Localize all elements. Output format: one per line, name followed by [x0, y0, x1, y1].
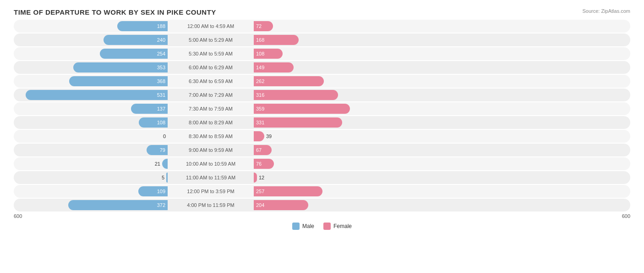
right-section: 316	[252, 90, 408, 100]
legend-female: Female	[323, 223, 352, 230]
time-label: 5:00 AM to 5:29 AM	[169, 37, 252, 43]
bar-male: 108	[139, 117, 168, 128]
bar-male: 353	[73, 62, 168, 72]
right-section: 168	[252, 35, 408, 45]
time-label: 7:30 AM to 7:59 AM	[169, 106, 252, 111]
chart-row: 3686:30 AM to 6:59 AM262	[14, 75, 630, 88]
time-label: 5:30 AM to 5:59 AM	[169, 51, 252, 56]
bar-female: 359	[254, 104, 350, 114]
legend-female-label: Female	[333, 223, 352, 229]
bar-male: 368	[69, 76, 168, 86]
chart-row: 799:00 AM to 9:59 AM67	[14, 144, 630, 156]
time-label: 8:30 AM to 8:59 AM	[169, 134, 252, 139]
bar-female: 76	[254, 159, 274, 169]
chart-row: 2110:00 AM to 10:59 AM76	[14, 157, 630, 170]
left-section: 531	[14, 90, 169, 100]
left-section: 0	[14, 134, 169, 139]
left-section: 21	[14, 159, 169, 169]
legend-female-box	[323, 223, 331, 230]
bar-female	[254, 131, 264, 141]
chart-row: 1377:30 AM to 7:59 AM359	[14, 102, 630, 115]
right-section: 262	[252, 76, 408, 86]
left-section: 5	[14, 173, 169, 183]
right-section: 108	[252, 49, 408, 59]
bar-male: 531	[26, 90, 168, 100]
chart-row: 3536:00 AM to 6:29 AM149	[14, 61, 630, 74]
source-label: Source: ZipAtlas.com	[582, 8, 630, 14]
right-section: 76	[252, 159, 408, 169]
right-section: 359	[252, 104, 408, 114]
right-section: 204	[252, 200, 408, 210]
bar-female: 257	[254, 186, 322, 196]
left-section: 188	[14, 21, 169, 31]
bar-female: 204	[254, 200, 308, 210]
axis-left: 600	[14, 213, 22, 219]
bar-female: 72	[254, 21, 273, 31]
chart-row: 18812:00 AM to 4:59 AM72	[14, 20, 630, 33]
chart-container: TIME OF DEPARTURE TO WORK BY SEX IN PIKE…	[0, 0, 644, 273]
bar-male: 188	[117, 21, 168, 31]
bar-female: 316	[254, 90, 338, 100]
bar-male: 79	[147, 145, 168, 155]
bar-male: 109	[138, 186, 168, 196]
axis-labels: 600 600	[14, 213, 630, 219]
left-section: 108	[14, 117, 169, 128]
chart-row: 5317:00 AM to 7:29 AM316	[14, 89, 630, 101]
chart-row: 08:30 AM to 8:59 AM39	[14, 130, 630, 143]
chart-title: TIME OF DEPARTURE TO WORK BY SEX IN PIKE…	[14, 8, 630, 16]
bar-female: 331	[254, 117, 342, 128]
bar-male: 254	[100, 49, 168, 59]
right-section: 39	[252, 131, 408, 141]
left-section: 353	[14, 62, 169, 72]
chart-row: 511:00 AM to 11:59 AM12	[14, 171, 630, 184]
chart-row: 10912:00 PM to 3:59 PM257	[14, 185, 630, 198]
right-section: 331	[252, 117, 408, 128]
bar-male	[166, 173, 168, 183]
time-label: 10:00 AM to 10:59 AM	[169, 161, 252, 167]
legend-male-box	[292, 223, 300, 230]
bar-male: 240	[104, 35, 168, 45]
bar-female: 67	[254, 145, 272, 155]
chart-row: 3724:00 PM to 11:59 PM204	[14, 199, 630, 212]
legend: Male Female	[14, 223, 630, 230]
time-label: 4:00 PM to 11:59 PM	[169, 202, 252, 208]
bar-female: 149	[254, 62, 294, 72]
time-label: 11:00 AM to 11:59 AM	[169, 175, 252, 180]
time-label: 12:00 AM to 4:59 AM	[169, 23, 252, 29]
right-section: 257	[252, 186, 408, 196]
bar-male: 137	[131, 104, 168, 114]
bar-female: 108	[254, 49, 283, 59]
time-label: 12:00 PM to 3:59 PM	[169, 189, 252, 194]
bar-male: 372	[68, 200, 168, 210]
left-section: 79	[14, 145, 169, 155]
bar-female	[254, 173, 257, 183]
right-section: 12	[252, 173, 408, 183]
bar-female: 168	[254, 35, 299, 45]
legend-male: Male	[292, 223, 314, 230]
axis-right: 600	[622, 213, 630, 219]
left-section: 240	[14, 35, 169, 45]
bar-male	[162, 159, 168, 169]
chart-row: 1088:00 AM to 8:29 AM331	[14, 116, 630, 129]
left-section: 368	[14, 76, 169, 86]
left-section: 109	[14, 186, 169, 196]
bars-area: 18812:00 AM to 4:59 AM722405:00 AM to 5:…	[14, 20, 630, 212]
time-label: 6:30 AM to 6:59 AM	[169, 78, 252, 84]
time-label: 9:00 AM to 9:59 AM	[169, 147, 252, 153]
right-section: 149	[252, 62, 408, 72]
legend-male-label: Male	[302, 223, 314, 229]
time-label: 6:00 AM to 6:29 AM	[169, 65, 252, 70]
bar-female: 262	[254, 76, 324, 86]
right-section: 67	[252, 145, 408, 155]
left-section: 137	[14, 104, 169, 114]
time-label: 8:00 AM to 8:29 AM	[169, 120, 252, 125]
right-section: 72	[252, 21, 408, 31]
chart-row: 2405:00 AM to 5:29 AM168	[14, 33, 630, 46]
left-section: 372	[14, 200, 169, 210]
left-section: 254	[14, 49, 169, 59]
time-label: 7:00 AM to 7:29 AM	[169, 92, 252, 98]
chart-row: 2545:30 AM to 5:59 AM108	[14, 47, 630, 60]
